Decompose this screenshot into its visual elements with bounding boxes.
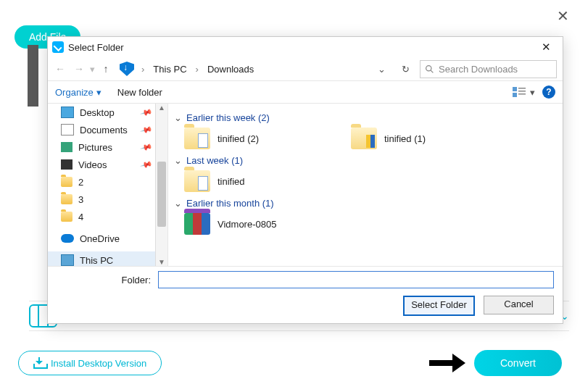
pc-icon [61,254,74,266]
toolbar: Organize ▾ New folder ▾ ? [48,80,563,104]
path-dropdown-icon[interactable]: ⌄ [372,61,392,78]
select-folder-dialog: Select Folder ✕ ← → ▾ ↑ › This PC › Down… [47,36,563,324]
svg-rect-6 [518,93,526,95]
svg-rect-5 [513,93,517,97]
folder-icon [184,213,210,235]
breadcrumb-root[interactable]: This PC [149,62,191,76]
select-folder-button[interactable]: Select Folder [403,296,475,316]
search-input[interactable]: Search Downloads [420,60,557,78]
sidebar-item-pictures[interactable]: Pictures📌 [48,138,167,156]
install-desktop-button[interactable]: Install Desktop Version [18,351,162,375]
dialog-titlebar: Select Folder ✕ [48,37,563,57]
chevron-down-icon: ⌄ [174,198,182,209]
folder-icon [61,212,72,222]
sidebar-item-folder[interactable]: 3 [48,191,167,208]
sidebar-scrollbar[interactable]: ▲ ▼ [155,104,167,266]
onedrive-icon [61,234,74,243]
chevron-right-icon[interactable]: › [196,64,199,75]
folder-item[interactable]: tinified [184,170,336,192]
pictures-icon [61,142,72,152]
organize-menu[interactable]: Organize ▾ [55,87,102,98]
help-icon[interactable]: ? [542,86,555,99]
folder-item[interactable]: tinified (2) [184,128,336,149]
pin-icon: 📌 [140,106,154,119]
nav-up-icon[interactable]: ↑ [98,63,114,75]
chevron-down-icon: ▾ [530,87,535,98]
refresh-icon[interactable]: ↻ [394,61,417,78]
svg-rect-4 [518,91,526,92]
decorative-block [28,45,38,107]
folder-input[interactable] [158,271,554,288]
desktop-icon [61,107,74,118]
chevron-down-icon: ⌄ [174,155,182,166]
sidebar-item-desktop[interactable]: Desktop📌 [48,104,167,121]
download-icon [33,357,45,369]
nav-back-icon[interactable]: ← [52,63,68,75]
scroll-up-icon[interactable]: ▲ [156,104,167,112]
cancel-button[interactable]: Cancel [484,296,554,314]
folder-item[interactable]: Vidmore-0805 [184,213,336,235]
folder-icon [184,170,210,192]
view-options[interactable]: ▾ [513,87,535,98]
pin-icon: 📌 [140,123,154,136]
downloads-shield-icon [120,62,134,76]
sidebar-item-documents[interactable]: Documents📌 [48,121,167,138]
sidebar-item-this-pc[interactable]: This PC [48,251,167,266]
group-header[interactable]: ⌄Last week (1) [174,155,554,166]
chevron-right-icon[interactable]: › [141,64,144,75]
sidebar-item-folder[interactable]: 4 [48,208,167,225]
view-icon [513,87,526,97]
dialog-footer: Folder: Select Folder Cancel [48,266,563,323]
dialog-title: Select Folder [68,42,124,53]
sidebar: Desktop📌 Documents📌 Pictures📌 Videos📌 2 … [48,104,168,266]
new-folder-button[interactable]: New folder [117,87,162,98]
chevron-down-icon: ▾ [96,87,102,98]
sidebar-item-folder[interactable]: 2 [48,173,167,191]
scrollbar-thumb[interactable] [157,162,166,227]
sidebar-item-videos[interactable]: Videos📌 [48,156,167,173]
svg-rect-3 [518,88,526,89]
nav-row: ← → ▾ ↑ › This PC › Downloads ⌄ ↻ Search… [48,57,563,80]
nav-forward-icon[interactable]: → [71,63,87,75]
pin-icon: 📌 [140,141,154,154]
svg-point-0 [426,65,431,70]
arrow-right-icon [429,356,465,370]
folder-icon [61,177,72,187]
nav-sep: ▾ [90,64,95,75]
folder-icon [184,128,210,149]
group-header[interactable]: ⌄Earlier this week (2) [174,112,554,123]
app-close-icon[interactable]: ✕ [557,7,569,25]
search-icon [425,64,434,74]
group-header[interactable]: ⌄Earlier this month (1) [174,198,554,209]
close-icon[interactable]: ✕ [534,41,558,54]
videos-icon [61,159,72,170]
convert-button[interactable]: Convert [474,350,562,376]
svg-line-1 [431,70,433,72]
chevron-down-icon: ⌄ [174,112,182,123]
scroll-down-icon[interactable]: ▼ [156,258,167,266]
folder-icon [351,128,377,149]
svg-rect-2 [513,87,517,91]
folder-item[interactable]: tinified (1) [351,128,503,149]
folder-icon [61,194,72,204]
sidebar-item-onedrive[interactable]: OneDrive [48,230,167,247]
app-logo-icon [52,41,64,53]
document-icon [61,124,74,135]
content-area: ⌄Earlier this week (2) tinified (2) tini… [168,104,563,266]
breadcrumb-folder[interactable]: Downloads [203,62,258,76]
pin-icon: 📌 [140,158,154,171]
folder-label: Folder: [57,275,151,285]
